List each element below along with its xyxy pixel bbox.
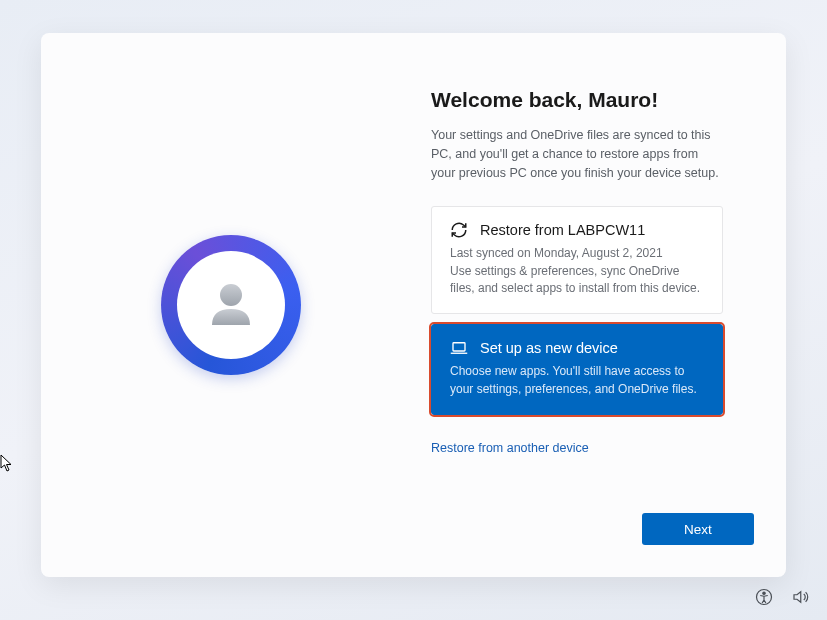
volume-icon[interactable] xyxy=(791,588,809,610)
svg-rect-1 xyxy=(453,343,465,351)
option-head: Restore from LABPCW11 xyxy=(450,221,704,239)
option-restore-title: Restore from LABPCW11 xyxy=(480,222,645,238)
sync-icon xyxy=(450,221,468,239)
option-restore-desc: Last synced on Monday, August 2, 2021 Us… xyxy=(450,245,704,297)
page-title: Welcome back, Mauro! xyxy=(431,88,754,112)
option-restore[interactable]: Restore from LABPCW11 Last synced on Mon… xyxy=(431,206,723,314)
restore-line2: Use settings & preferences, sync OneDriv… xyxy=(450,264,700,295)
svg-point-3 xyxy=(763,592,765,594)
avatar-inner xyxy=(177,251,285,359)
mouse-cursor xyxy=(0,454,14,472)
right-pane: Welcome back, Mauro! Your settings and O… xyxy=(421,33,786,577)
option-head: Set up as new device xyxy=(450,339,704,357)
avatar-ring xyxy=(161,235,301,375)
svg-point-0 xyxy=(220,284,242,306)
option-new-title: Set up as new device xyxy=(480,340,618,356)
person-icon xyxy=(201,275,261,335)
option-new-device[interactable]: Set up as new device Choose new apps. Yo… xyxy=(431,324,723,415)
taskbar-icons xyxy=(755,588,809,610)
next-button[interactable]: Next xyxy=(642,513,754,545)
oobe-window: Welcome back, Mauro! Your settings and O… xyxy=(41,33,786,577)
accessibility-icon[interactable] xyxy=(755,588,773,610)
option-new-desc: Choose new apps. You'll still have acces… xyxy=(450,363,704,398)
laptop-icon xyxy=(450,339,468,357)
page-subtitle: Your settings and OneDrive files are syn… xyxy=(431,126,721,182)
footer: Next xyxy=(431,513,754,547)
restore-another-device-link[interactable]: Restore from another device xyxy=(431,441,754,455)
left-pane xyxy=(41,33,421,577)
restore-line1: Last synced on Monday, August 2, 2021 xyxy=(450,246,663,260)
